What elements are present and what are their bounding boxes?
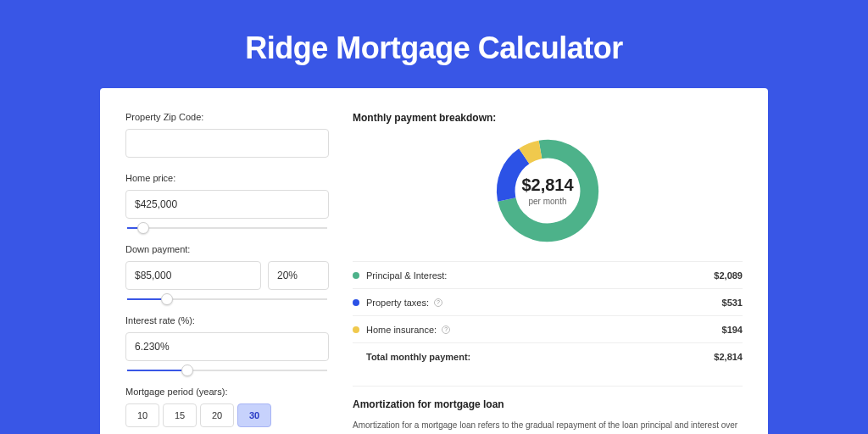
- down-payment-input[interactable]: [125, 261, 261, 290]
- page-title: Ridge Mortgage Calculator: [245, 31, 623, 66]
- slider-thumb[interactable]: [137, 222, 149, 234]
- amortization-section: Amortization for mortgage loan Amortizat…: [353, 386, 743, 434]
- interest-rate-label: Interest rate (%):: [125, 315, 329, 326]
- donut-amount: $2,814: [521, 175, 573, 195]
- breakdown-title: Monthly payment breakdown:: [353, 112, 743, 124]
- period-option-15[interactable]: 15: [163, 403, 197, 427]
- slider-thumb[interactable]: [181, 364, 193, 376]
- legend-dot: [353, 299, 359, 306]
- donut-wrap: $2,814 per month: [353, 136, 743, 246]
- legend-row: Home insurance:?$194: [353, 316, 743, 343]
- down-payment-pct-input[interactable]: [268, 261, 329, 290]
- legend-dot: [353, 326, 359, 333]
- legend-total-label: Total monthly payment:: [366, 352, 714, 362]
- legend-row: Principal & Interest:$2,089: [353, 262, 743, 289]
- info-icon[interactable]: ?: [442, 326, 450, 334]
- legend: Principal & Interest:$2,089Property taxe…: [353, 261, 743, 370]
- legend-label-text: Property taxes:: [366, 298, 429, 308]
- donut-center: $2,814 per month: [492, 136, 603, 246]
- interest-rate-slider[interactable]: [127, 364, 327, 376]
- legend-total-value: $2,814: [714, 352, 743, 362]
- legend-label: Principal & Interest:: [366, 270, 714, 281]
- legend-row: Property taxes:?$531: [353, 289, 743, 316]
- legend-value: $194: [722, 325, 743, 335]
- period-label: Mortgage period (years):: [125, 387, 329, 397]
- home-price-input[interactable]: [125, 190, 329, 219]
- legend-label: Property taxes:?: [366, 298, 722, 308]
- info-icon[interactable]: ?: [434, 298, 442, 307]
- form-panel: Property Zip Code: Home price: Down paym…: [125, 112, 329, 434]
- legend-label: Home insurance:?: [366, 325, 722, 335]
- field-zip: Property Zip Code:: [125, 112, 329, 158]
- down-payment-label: Down payment:: [125, 244, 329, 254]
- legend-label-text: Home insurance:: [366, 325, 437, 335]
- donut-chart: $2,814 per month: [492, 136, 603, 246]
- field-period: Mortgage period (years): 10152030: [125, 387, 329, 427]
- breakdown-panel: Monthly payment breakdown: $2,814 per mo…: [353, 112, 743, 434]
- calculator-card: Property Zip Code: Home price: Down paym…: [100, 88, 768, 434]
- field-interest-rate: Interest rate (%):: [125, 315, 329, 361]
- legend-total-row: Total monthly payment:$2,814: [353, 343, 743, 370]
- slider-track: [127, 227, 327, 229]
- period-option-20[interactable]: 20: [200, 403, 234, 427]
- field-down-payment: Down payment:: [125, 244, 329, 290]
- legend-dot: [353, 272, 359, 279]
- legend-value: $531: [722, 298, 743, 308]
- legend-value: $2,089: [714, 270, 743, 281]
- period-options: 10152030: [125, 403, 329, 427]
- period-option-10[interactable]: 10: [125, 403, 159, 427]
- interest-rate-input[interactable]: [125, 332, 329, 361]
- field-home-price: Home price:: [125, 173, 329, 219]
- amortization-body: Amortization for a mortgage loan refers …: [353, 419, 743, 434]
- slider-thumb[interactable]: [161, 293, 173, 305]
- down-payment-slider[interactable]: [127, 293, 327, 305]
- slider-fill: [127, 370, 187, 371]
- home-price-slider[interactable]: [127, 222, 327, 234]
- amortization-title: Amortization for mortgage loan: [353, 398, 743, 410]
- home-price-label: Home price:: [125, 173, 329, 183]
- donut-sub: per month: [528, 197, 566, 206]
- zip-label: Property Zip Code:: [125, 112, 329, 122]
- zip-input[interactable]: [125, 129, 329, 158]
- legend-label-text: Principal & Interest:: [366, 270, 447, 281]
- period-option-30[interactable]: 30: [237, 403, 271, 427]
